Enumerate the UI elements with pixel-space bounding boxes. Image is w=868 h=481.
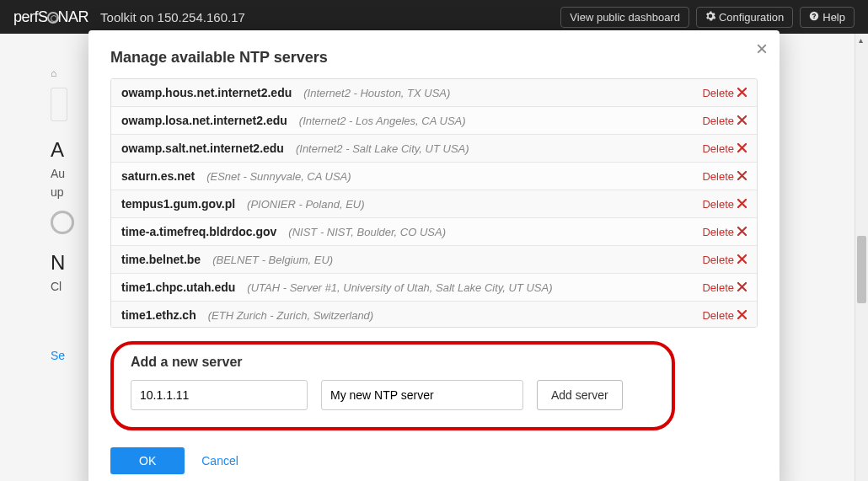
- server-description: (PIONIER - Poland, EU): [247, 198, 364, 211]
- server-hostname: time-a.timefreq.bldrdoc.gov: [121, 225, 276, 238]
- delete-server-link[interactable]: Delete: [702, 226, 747, 238]
- close-icon: [737, 142, 747, 155]
- new-server-host-input[interactable]: [131, 380, 308, 396]
- delete-label: Delete: [702, 226, 734, 238]
- button-label: Help: [822, 11, 845, 24]
- table-row: owamp.salt.net.internet2.edu(Internet2 -…: [111, 135, 757, 163]
- delete-server-link[interactable]: Delete: [702, 170, 747, 183]
- server-hostname: time.belnet.be: [121, 253, 201, 266]
- scroll-up-icon[interactable]: ▴: [859, 35, 863, 45]
- table-row: tempus1.gum.gov.pl(PIONIER - Poland, EU)…: [111, 190, 757, 218]
- server-hostname: time1.chpc.utah.edu: [121, 281, 235, 294]
- close-icon: [737, 198, 747, 211]
- view-public-dashboard-button[interactable]: View public dashboard: [560, 7, 689, 28]
- server-description: (Internet2 - Houston, TX USA): [303, 87, 450, 99]
- delete-server-link[interactable]: Delete: [702, 309, 747, 322]
- brand-text-prefix: perfS: [13, 8, 48, 25]
- delete-label: Delete: [702, 142, 734, 155]
- toolkit-host-label: Toolkit on 150.254.160.17: [100, 10, 245, 24]
- table-row: time.belnet.be(BELNET - Belgium, EU)Dele…: [111, 246, 757, 274]
- delete-label: Delete: [702, 309, 734, 322]
- ntp-servers-modal: × Manage available NTP servers owamp.hou…: [88, 30, 780, 396]
- add-server-highlight: Add a new server Add server: [110, 341, 675, 396]
- delete-server-link[interactable]: Delete: [702, 254, 747, 266]
- delete-label: Delete: [702, 87, 734, 99]
- server-hostname: owamp.hous.net.internet2.edu: [121, 86, 292, 99]
- add-server-form: Add server: [131, 380, 655, 396]
- close-icon: [737, 226, 747, 238]
- server-description: (NIST - NIST, Boulder, CO USA): [288, 226, 446, 238]
- help-icon: [809, 11, 819, 24]
- button-label: View public dashboard: [570, 11, 680, 24]
- server-hostname: owamp.losa.net.internet2.edu: [121, 114, 287, 127]
- server-description: (BELNET - Belgium, EU): [212, 254, 333, 266]
- brand-text-suffix: NAR: [58, 8, 89, 25]
- close-icon: [737, 254, 747, 266]
- ntp-server-list[interactable]: owamp.hous.net.internet2.edu(Internet2 -…: [110, 78, 758, 328]
- delete-server-link[interactable]: Delete: [702, 142, 747, 155]
- table-row: owamp.losa.net.internet2.edu(Internet2 -…: [111, 107, 757, 135]
- delete-label: Delete: [702, 281, 734, 294]
- server-hostname: owamp.salt.net.internet2.edu: [121, 142, 284, 155]
- close-icon[interactable]: ×: [756, 39, 768, 59]
- server-description: (ETH Zurich - Zurich, Switzerland): [208, 309, 373, 322]
- server-hostname: tempus1.gum.gov.pl: [121, 197, 235, 211]
- brand-logo: perfSNAR: [13, 8, 88, 26]
- server-description: (ESnet - Sunnyvale, CA USA): [206, 170, 351, 183]
- delete-server-link[interactable]: Delete: [702, 198, 747, 211]
- server-description: (Internet2 - Los Angeles, CA USA): [299, 115, 466, 127]
- delete-server-link[interactable]: Delete: [702, 281, 747, 294]
- delete-label: Delete: [702, 115, 734, 127]
- table-row: owamp.hous.net.internet2.edu(Internet2 -…: [111, 79, 757, 107]
- top-navbar: perfSNAR Toolkit on 150.254.160.17 View …: [0, 0, 868, 34]
- close-icon: [737, 170, 747, 183]
- new-server-description-input[interactable]: [321, 380, 523, 396]
- table-row: time-a.timefreq.bldrdoc.gov(NIST - NIST,…: [111, 218, 757, 246]
- server-hostname: saturn.es.net: [121, 169, 195, 183]
- delete-label: Delete: [702, 254, 734, 266]
- add-server-heading: Add a new server: [131, 355, 655, 370]
- server-description: (UTAH - Server #1, University of Utah, S…: [247, 281, 552, 294]
- close-icon: [737, 87, 747, 99]
- delete-server-link[interactable]: Delete: [702, 115, 747, 127]
- modal-backdrop: × Manage available NTP servers owamp.hou…: [0, 0, 868, 396]
- sonar-icon: [47, 12, 59, 24]
- server-description: (Internet2 - Salt Lake City, UT USA): [296, 142, 469, 155]
- page-scrollbar[interactable]: ▴: [855, 34, 868, 396]
- table-row: time1.ethz.ch(ETH Zurich - Zurich, Switz…: [111, 302, 757, 328]
- gear-icon: [705, 11, 715, 24]
- table-row: saturn.es.net(ESnet - Sunnyvale, CA USA)…: [111, 163, 757, 190]
- scrollbar-thumb[interactable]: [857, 236, 866, 303]
- server-hostname: time1.ethz.ch: [121, 308, 196, 322]
- configuration-button[interactable]: Configuration: [696, 7, 793, 28]
- delete-label: Delete: [702, 170, 734, 183]
- close-icon: [737, 115, 747, 127]
- table-row: time1.chpc.utah.edu(UTAH - Server #1, Un…: [111, 274, 757, 302]
- modal-title: Manage available NTP servers: [110, 49, 758, 67]
- close-icon: [737, 309, 747, 322]
- add-server-button[interactable]: Add server: [537, 380, 623, 396]
- button-label: Configuration: [719, 11, 784, 24]
- bg-circle-icon: [51, 211, 74, 234]
- delete-server-link[interactable]: Delete: [702, 87, 747, 99]
- delete-label: Delete: [702, 198, 734, 211]
- close-icon: [737, 281, 747, 294]
- help-button[interactable]: Help: [800, 7, 855, 28]
